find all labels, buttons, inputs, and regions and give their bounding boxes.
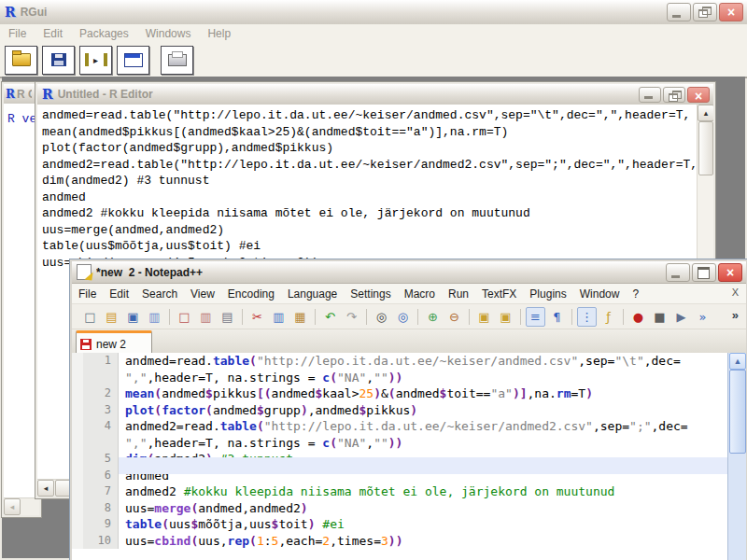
rgui-titlebar[interactable]: R RGui [0, 0, 747, 25]
line-number[interactable]: 10 [72, 533, 119, 550]
editor-window-buttons [637, 87, 713, 103]
editor-close-button[interactable] [687, 87, 710, 103]
new-file-icon: □ [84, 311, 95, 323]
toolbar-separator [315, 309, 316, 325]
open-folder-button[interactable]: ▤ [102, 307, 121, 327]
replace-button[interactable]: ◎ [393, 307, 413, 327]
scroll-left-icon[interactable]: ◂ [4, 498, 21, 515]
line-number[interactable]: 4 [72, 418, 119, 435]
npp-vscrollbar[interactable]: ▲ [727, 353, 746, 560]
editor-vscroll-thumb[interactable] [698, 121, 713, 175]
line-number[interactable]: 1 [72, 353, 119, 370]
macro-stop-icon: ■ [654, 311, 665, 323]
close-doc-button[interactable]: □ [175, 307, 194, 327]
zoom-in-button[interactable]: ⊕ [423, 307, 443, 327]
menu-item-file[interactable]: File [0, 27, 35, 40]
window-icon [124, 53, 143, 67]
npp-menu-item-search[interactable]: Search [135, 287, 184, 301]
npp-maximize-button[interactable] [692, 263, 716, 282]
new-file-button[interactable]: □ [80, 307, 100, 327]
npp-doc-close-x[interactable]: X [732, 287, 739, 298]
save-all-button[interactable]: ▥ [145, 307, 164, 327]
code-token: "NA" [337, 371, 366, 385]
editor-minimize-button[interactable] [639, 87, 661, 103]
close-all-docs-icon: ▥ [200, 311, 211, 323]
tab-new-2[interactable]: new 2 [76, 330, 152, 355]
print-button[interactable]: ▤ [218, 307, 237, 327]
restore-button[interactable] [693, 3, 717, 21]
editor-restore-button[interactable] [663, 87, 685, 103]
npp-menu-item-settings[interactable]: Settings [344, 287, 397, 301]
code-token: andmed [162, 386, 205, 400]
npp-minimize-button[interactable] [666, 263, 690, 282]
paste-button[interactable]: ▦ [290, 307, 310, 327]
toolbar-overflow-chevron[interactable]: » [732, 308, 739, 322]
redo-button[interactable]: ↷ [342, 307, 361, 327]
npp-titlebar[interactable]: *new 2 - Notepad++ [72, 261, 746, 284]
copy-paste-button[interactable] [79, 46, 112, 75]
cut-button[interactable]: ✂ [247, 307, 267, 327]
function-list-button[interactable]: ƒ [599, 307, 618, 327]
line-number[interactable]: 3 [72, 402, 119, 419]
code-token: ,each= [278, 534, 322, 548]
console-titlebar[interactable]: R R Console [4, 84, 39, 105]
npp-menu-item-plugins[interactable]: Plugins [523, 287, 572, 301]
notepadpp-window: *new 2 - Notepad++ X FileEditSearchViewE… [70, 259, 747, 560]
undo-icon: ↶ [325, 311, 335, 323]
npp-menu-item-encoding[interactable]: Encoding [221, 287, 281, 301]
menu-item-windows[interactable]: Windows [137, 27, 200, 40]
open-script-button[interactable] [5, 46, 37, 75]
code-token: uus, [198, 534, 227, 548]
editor-scroll-left-icon[interactable]: ◂ [37, 480, 54, 497]
macro-play-button[interactable]: ▶ [671, 307, 691, 327]
line-number[interactable]: 5 [72, 451, 119, 468]
zoom-out-button[interactable]: ⊖ [444, 307, 464, 327]
npp-scroll-up-icon[interactable]: ▲ [729, 353, 746, 370]
npp-menu-item-language[interactable]: Language [281, 287, 344, 301]
npp-vscroll-thumb[interactable] [729, 370, 746, 454]
line-number[interactable]: 9 [72, 516, 119, 533]
menu-item-edit[interactable]: Edit [35, 27, 71, 40]
npp-menu-item-macro[interactable]: Macro [398, 287, 442, 301]
macro-record-button[interactable]: ● [628, 307, 648, 327]
show-all-chars-button[interactable]: ¶ [547, 307, 567, 327]
npp-menu-item-file[interactable]: File [72, 287, 103, 301]
indent-guide-button[interactable]: ⋮ [577, 307, 597, 327]
scroll-up-icon[interactable]: ▴ [698, 105, 714, 121]
line-number[interactable]: 6 [72, 468, 119, 484]
save-button[interactable] [42, 46, 75, 75]
find-button[interactable]: ◎ [372, 307, 391, 327]
sync-horizontal-button[interactable]: ▣ [496, 307, 515, 327]
line-number[interactable]: 8 [72, 500, 119, 517]
editor-titlebar[interactable]: R Untitled - R Editor [37, 84, 713, 105]
npp-menu-item-edit[interactable]: Edit [103, 287, 135, 301]
close-button[interactable] [719, 3, 743, 21]
copy-button[interactable]: ▥ [269, 307, 289, 327]
npp-menu-item-textfx[interactable]: TextFX [475, 287, 523, 301]
undo-button[interactable]: ↶ [320, 307, 340, 327]
print-button[interactable] [161, 46, 193, 75]
npp-menu-item-run[interactable]: Run [442, 287, 475, 301]
code-token: ( [330, 371, 337, 385]
console-output[interactable]: R veCopyISBNR isYou TypeR isType'citType… [4, 104, 39, 497]
sync-vertical-button[interactable]: ▣ [474, 307, 494, 327]
line-number[interactable] [72, 370, 119, 386]
menu-item-help[interactable]: Help [199, 27, 239, 40]
macro-stop-button[interactable]: ■ [650, 307, 669, 327]
npp-code[interactable]: 1andmed=read.table("http://lepo.it.da.ut… [72, 353, 728, 560]
npp-menu-item-view[interactable]: View [184, 287, 221, 301]
macro-fast-play-button[interactable]: » [693, 307, 712, 327]
menu-item-packages[interactable]: Packages [71, 27, 137, 40]
minimize-button[interactable] [667, 3, 691, 21]
line-number[interactable]: 7 [72, 483, 119, 500]
console-hscrollbar[interactable]: ◂ [4, 497, 39, 515]
word-wrap-button[interactable]: ≡ [526, 307, 545, 327]
line-number[interactable] [72, 435, 119, 452]
npp-close-button[interactable] [718, 263, 742, 282]
line-number[interactable]: 2 [72, 385, 119, 402]
npp-menu-item-help[interactable]: ? [626, 287, 645, 301]
window-button[interactable] [117, 46, 149, 75]
npp-menu-item-window[interactable]: Window [573, 287, 627, 301]
close-all-docs-button[interactable]: ▥ [196, 307, 216, 327]
save-button[interactable]: ▣ [123, 307, 143, 327]
